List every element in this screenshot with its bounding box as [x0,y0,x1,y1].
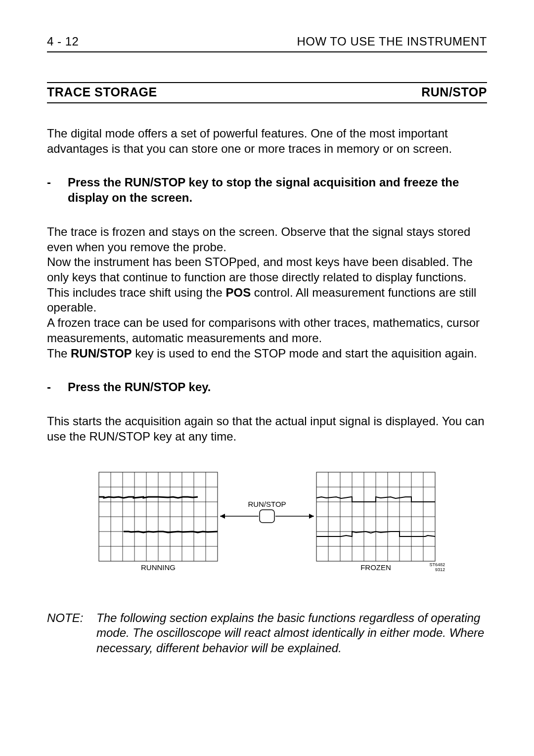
left-scope-grid [99,472,218,561]
paragraph-2d-pre: The [47,347,71,360]
instruction-2-text: Press the RUN/STOP key. [68,380,211,395]
paragraph-2c: A frozen trace can be used for compariso… [47,315,487,346]
explanation-block: The trace is frozen and stays on the scr… [47,224,487,361]
figure-id-2: 9312 [435,567,445,572]
paragraph-3: This starts the acquisition again so tha… [47,414,487,444]
instruction-1-text: Press the RUN/STOP key to stop the signa… [68,175,487,205]
note-label: NOTE: [47,611,96,626]
note-block: NOTE: The following section explains the… [47,611,487,656]
paragraph-2d: The RUN/STOP key is used to end the STOP… [47,346,487,361]
page-number: 4 - 12 [47,35,79,48]
svg-marker-34 [309,514,314,519]
paragraph-2b: Now the instrument has been STOPped, and… [47,255,487,315]
pos-bold: POS [226,286,251,299]
right-scope-grid [316,472,435,561]
section-title-right: RUN/STOP [421,85,487,99]
figure-left-caption: RUNNING [141,563,176,572]
section-header: TRACE STORAGE RUN/STOP [47,82,487,103]
bullet-dash: - [47,175,68,190]
svg-rect-30 [260,510,274,523]
instruction-1: - Press the RUN/STOP key to stop the sig… [47,175,487,205]
note-text: The following section explains the basic… [96,611,487,656]
document-page: 4 - 12 HOW TO USE THE INSTRUMENT TRACE S… [0,0,534,756]
instruction-2: - Press the RUN/STOP key. [47,380,487,395]
run-stop-button-graphic: RUN/STOP [220,500,314,523]
bullet-dash: - [47,380,68,395]
paragraph-2d-post: key is used to end the STOP mode and sta… [132,347,477,360]
svg-marker-32 [220,514,225,519]
run-stop-figure: RUN/STOP RUNNING FROZEN ST6482 9312 [47,467,487,576]
paragraph-2a: The trace is frozen and stays on the scr… [47,224,487,255]
running-header: 4 - 12 HOW TO USE THE INSTRUMENT [47,35,487,52]
figure-id-1: ST6482 [429,562,445,567]
figure-right-caption: FROZEN [360,563,391,572]
chapter-title: HOW TO USE THE INSTRUMENT [297,35,487,48]
runstop-bold: RUN/STOP [71,347,132,360]
figure-center-label: RUN/STOP [248,500,286,508]
intro-paragraph: The digital mode offers a set of powerfu… [47,126,487,156]
section-title-left: TRACE STORAGE [47,85,157,99]
figure-svg: RUN/STOP RUNNING FROZEN ST6482 9312 [79,467,455,576]
